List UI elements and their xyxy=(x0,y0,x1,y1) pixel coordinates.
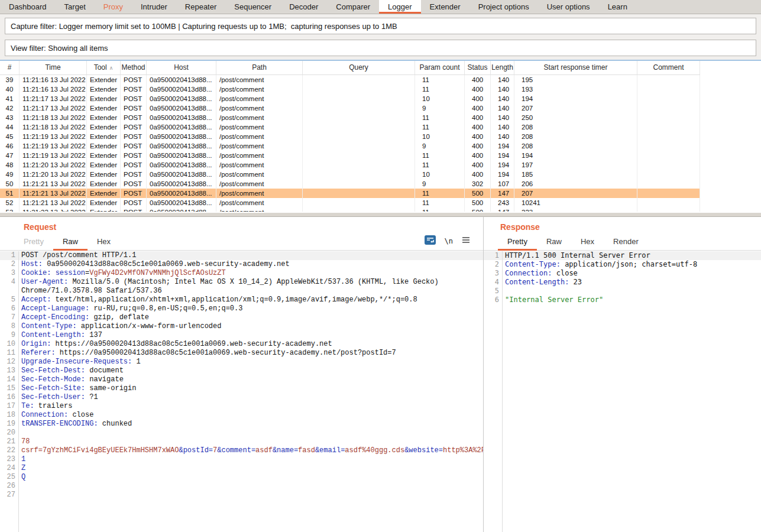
cell-host: 0a9500020413d88... xyxy=(147,160,216,170)
cell-path: /post/comment xyxy=(216,170,303,179)
line-number: 4 xyxy=(484,278,503,287)
cell-length: 194 xyxy=(491,141,514,151)
column-header-status[interactable]: Status xyxy=(465,61,491,74)
column-header-tool[interactable]: Tool∧ xyxy=(87,61,121,74)
menu-item-logger[interactable]: Logger xyxy=(379,0,420,14)
table-row[interactable]: 4511:21:19 13 Jul 2022ExtenderPOST0a9500… xyxy=(0,132,700,141)
column-header-host[interactable]: Host xyxy=(147,61,216,74)
column-header-comment[interactable]: Comment xyxy=(637,61,700,74)
table-row[interactable]: 4211:21:17 13 Jul 2022ExtenderPOST0a9500… xyxy=(0,103,700,113)
line-content: Accept-Language: ru-RU,ru;q=0.8,en-US;q=… xyxy=(19,304,483,313)
cell-id: 41 xyxy=(0,94,20,103)
menu-item-project-options[interactable]: Project options xyxy=(469,0,538,14)
table-row[interactable]: 5211:21:21 13 Jul 2022ExtenderPOST0a9500… xyxy=(0,198,700,207)
cell-comment xyxy=(637,198,700,207)
capture-filter-bar[interactable]: Capture filter: Logger memory limit set … xyxy=(5,18,756,34)
column-header-start-response-timer[interactable]: Start response timer xyxy=(514,61,637,74)
column-header-length[interactable]: Length xyxy=(491,61,514,74)
word-wrap-icon[interactable] xyxy=(425,235,436,246)
column-header-method[interactable]: Method xyxy=(121,61,147,74)
cell-path: /post/comment xyxy=(216,103,303,113)
table-row[interactable]: 4011:21:16 13 Jul 2022ExtenderPOST0a9500… xyxy=(0,85,700,94)
table-row[interactable]: 4711:21:19 13 Jul 2022ExtenderPOST0a9500… xyxy=(0,151,700,160)
table-row[interactable]: 4111:21:17 13 Jul 2022ExtenderPOST0a9500… xyxy=(0,94,700,103)
cell-path: /post/comment xyxy=(216,141,303,151)
menu-item-intruder[interactable]: Intruder xyxy=(132,0,176,14)
cell-status: 302 xyxy=(465,179,491,189)
cell-tool: Extender xyxy=(87,103,121,113)
cell-method: POST xyxy=(121,179,147,189)
table-row[interactable]: 4611:21:19 13 Jul 2022ExtenderPOST0a9500… xyxy=(0,141,700,151)
cell-method: POST xyxy=(121,151,147,160)
column-header-path[interactable]: Path xyxy=(216,61,303,74)
editor-line: 5Accept: text/html,application/xhtml+xml… xyxy=(0,296,483,304)
cell-host: 0a9500020413d88... xyxy=(147,113,216,122)
menu-item-comparer[interactable]: Comparer xyxy=(327,0,379,14)
line-number: 19 xyxy=(0,420,19,429)
request-tab-raw[interactable]: Raw xyxy=(53,237,88,251)
line-content: Te: trailers xyxy=(19,402,483,411)
response-editor[interactable]: 1HTTP/1.1 500 Internal Server Error2Cont… xyxy=(484,251,761,532)
menu-item-repeater[interactable]: Repeater xyxy=(176,0,225,14)
menu-item-extender[interactable]: Extender xyxy=(421,0,469,14)
response-tab-pretty[interactable]: Pretty xyxy=(498,237,537,251)
request-tab-hex[interactable]: Hex xyxy=(88,237,120,251)
cell-query xyxy=(303,198,415,207)
line-number: 9 xyxy=(0,331,19,340)
menu-item-user-options[interactable]: User options xyxy=(538,0,599,14)
response-tab-raw[interactable]: Raw xyxy=(537,237,571,251)
menu-item-learn[interactable]: Learn xyxy=(599,0,636,14)
menu-item-proxy[interactable]: Proxy xyxy=(95,0,132,14)
menu-item-target[interactable]: Target xyxy=(56,0,95,14)
response-tabs: PrettyRawHexRender xyxy=(484,235,761,251)
column-header-number[interactable]: # xyxy=(0,61,20,74)
line-number: 16 xyxy=(0,393,19,402)
line-number: 26 xyxy=(0,482,19,491)
column-header-param-count[interactable]: Param count xyxy=(415,61,465,74)
table-row[interactable]: 4311:21:18 13 Jul 2022ExtenderPOST0a9500… xyxy=(0,113,700,122)
horizontal-splitter[interactable] xyxy=(0,213,761,217)
line-content: Q xyxy=(19,473,483,482)
table-row[interactable]: 5311:21:22 13 Jul 2022ExtenderPOST0a9500… xyxy=(0,207,700,212)
table-row[interactable]: 4911:21:20 13 Jul 2022ExtenderPOST0a9500… xyxy=(0,170,700,179)
view-filter-bar[interactable]: View filter: Showing all items xyxy=(5,40,756,56)
editor-line: 11Referer: https://0a9500020413d88ac08c5… xyxy=(0,349,483,358)
table-row[interactable]: 5111:21:21 13 Jul 2022ExtenderPOST0a9500… xyxy=(0,189,700,198)
cell-path: /post/comment xyxy=(216,113,303,122)
table-row[interactable]: 3911:21:16 13 Jul 2022ExtenderPOST0a9500… xyxy=(0,75,700,85)
menu-item-dashboard[interactable]: Dashboard xyxy=(0,0,56,14)
cell-query xyxy=(303,207,415,212)
table-row[interactable]: 4811:21:20 13 Jul 2022ExtenderPOST0a9500… xyxy=(0,160,700,170)
column-header-query[interactable]: Query xyxy=(303,61,415,74)
response-tab-hex[interactable]: Hex xyxy=(571,237,604,251)
request-tabs: PrettyRawHex\n xyxy=(0,235,483,251)
cell-param_count: 10 xyxy=(415,132,465,141)
cell-path: /post/comment xyxy=(216,122,303,132)
cell-status: 400 xyxy=(465,75,491,85)
editor-line: 18Connection: close xyxy=(0,411,483,420)
cell-comment xyxy=(637,75,700,85)
cell-status: 400 xyxy=(465,132,491,141)
editor-line: 1POST /post/comment HTTP/1.1 xyxy=(0,251,483,260)
column-header-time[interactable]: Time xyxy=(20,61,87,74)
editor-menu-icon[interactable] xyxy=(462,236,470,245)
cell-comment xyxy=(637,179,700,189)
message-editors-area: Request PrettyRawHex\n 1POST /post/comme… xyxy=(0,217,761,532)
menu-item-sequencer[interactable]: Sequencer xyxy=(225,0,280,14)
cell-time: 11:21:17 13 Jul 2022 xyxy=(20,94,87,103)
cell-timer: 193 xyxy=(514,85,637,94)
newline-toggle-icon[interactable]: \n xyxy=(445,237,453,245)
cell-param_count: 11 xyxy=(415,75,465,85)
request-tab-pretty[interactable]: Pretty xyxy=(14,237,53,251)
request-editor[interactable]: 1POST /post/comment HTTP/1.12Host: 0a950… xyxy=(0,251,483,532)
table-row[interactable]: 5011:21:21 13 Jul 2022ExtenderPOST0a9500… xyxy=(0,179,700,189)
editor-line: 27 xyxy=(0,491,483,499)
cell-tool: Extender xyxy=(87,160,121,170)
cell-query xyxy=(303,75,415,85)
response-tab-render[interactable]: Render xyxy=(604,237,648,251)
table-row[interactable]: 4411:21:18 13 Jul 2022ExtenderPOST0a9500… xyxy=(0,122,700,132)
menu-item-decoder[interactable]: Decoder xyxy=(280,0,327,14)
cell-path: /post/comment xyxy=(216,85,303,94)
cell-length: 147 xyxy=(491,207,514,212)
cell-host: 0a9500020413d88... xyxy=(147,75,216,85)
